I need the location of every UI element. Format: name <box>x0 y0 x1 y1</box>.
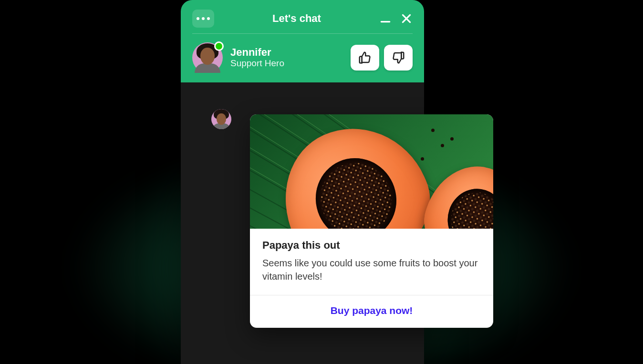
agent-avatar <box>192 42 223 73</box>
window-controls <box>379 12 413 25</box>
seed-speck <box>431 129 435 132</box>
message-avatar <box>211 109 231 129</box>
ellipsis-icon <box>197 17 199 20</box>
seed-speck <box>450 137 454 141</box>
card-cta: Buy papaya now! <box>250 295 493 328</box>
seed-speck <box>441 144 444 147</box>
close-button[interactable] <box>400 12 413 25</box>
thumbs-up-icon <box>358 51 372 65</box>
card-content: Papaya this out Seems like you could use… <box>250 229 493 295</box>
buy-now-link[interactable]: Buy papaya now! <box>331 305 413 316</box>
thumbs-down-button[interactable] <box>384 45 413 71</box>
product-card: Papaya this out Seems like you could use… <box>250 114 493 328</box>
chat-header: Let's chat <box>181 0 424 82</box>
thumbs-up-button[interactable] <box>351 45 379 71</box>
agent-info: Jennifer Support Hero <box>230 46 343 69</box>
close-icon <box>400 12 413 25</box>
minimize-button[interactable] <box>379 12 392 25</box>
header-divider <box>192 33 413 34</box>
agent-name: Jennifer <box>230 46 343 58</box>
card-title: Papaya this out <box>262 239 481 252</box>
agent-role: Support Hero <box>230 58 343 69</box>
seed-speck <box>421 157 424 161</box>
more-options-button[interactable] <box>192 10 214 28</box>
ellipsis-icon <box>207 17 210 20</box>
thumbs-down-icon <box>391 51 405 65</box>
presence-indicator <box>214 41 224 51</box>
ellipsis-icon <box>202 17 205 20</box>
rating-buttons <box>351 45 413 71</box>
agent-row: Jennifer Support Hero <box>192 42 413 73</box>
window-title: Let's chat <box>214 12 379 25</box>
titlebar: Let's chat <box>192 7 413 30</box>
card-body: Seems like you could use some fruits to … <box>262 256 481 283</box>
card-image <box>250 114 493 229</box>
minimize-icon <box>379 12 392 25</box>
